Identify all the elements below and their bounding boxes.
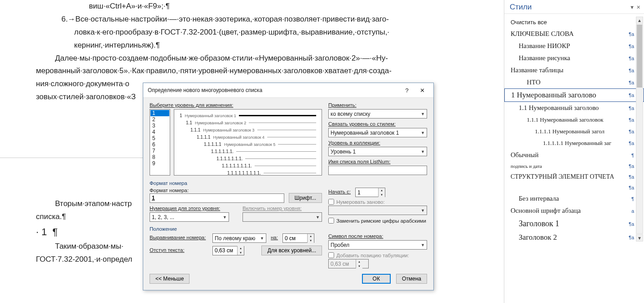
styles-panel-title: Стили [510,3,532,12]
paragraph-mark-icon[interactable]: ¶a [629,56,634,61]
tab-spinner: ▲▼ [328,259,369,268]
paragraph-mark-icon[interactable]: ¶ [631,153,634,158]
style-item[interactable]: 1.1.1 Нумерованный заголовок¶a [504,114,644,126]
scroll-up-icon[interactable]: ▲ [636,17,643,24]
level-listbox[interactable]: 123456789 [150,109,170,176]
styles-list: ▲ ▼ Очистить всеКЛЮЧЕВЫЕ СЛОВА¶аНазвание… [504,14,644,244]
style-item[interactable]: 1.1 Нумерованный заголово¶а [504,102,644,114]
tab-checkbox[interactable] [328,252,334,258]
preview-box: 1Нумерованный заголовок 11.1Нумерованный… [174,109,322,176]
apply-combo[interactable]: ко всему списку▼ [328,109,427,119]
close-icon[interactable]: ✕ [636,4,640,10]
select-level-label: Выберите уровень для изменения: [150,102,233,108]
style-item[interactable]: Название рисунка¶a [504,52,644,64]
format-section-label: Формат номера [150,180,427,186]
style-item[interactable]: Название НИОКР¶a [504,40,644,52]
styles-panel: Стили ▼ ✕ ▲ ▼ Очистить всеКЛЮЧЕВЫЕ СЛОВА… [504,0,644,303]
paragraph-mark-icon[interactable]: ¶а [629,221,634,227]
style-item[interactable]: Без интервала¶ [504,193,644,205]
help-button[interactable]: ? [399,86,415,95]
cancel-button[interactable]: Отмена [396,274,427,284]
style-item[interactable]: КЛЮЧЕВЫЕ СЛОВА¶а [504,28,644,40]
format-number-input[interactable] [150,193,284,203]
paragraph-mark-icon[interactable]: ¶а [629,235,634,240]
position-section-label: Положение [150,226,427,232]
paragraph-mark-icon[interactable]: ¶ [631,196,634,202]
close-button[interactable]: ✕ [415,86,430,95]
style-item[interactable]: 1 Нумерованный заголово¶а [504,88,644,102]
style-item[interactable]: 1.1.1.1.1 Нумерованный заг¶а [504,137,644,149]
paragraph-mark-icon[interactable]: ¶а [629,141,634,146]
paragraph-mark-icon[interactable]: ¶a [629,44,634,49]
style-item[interactable]: Очистить все [504,17,644,28]
paragraph-mark-icon[interactable]: ¶a [629,80,634,85]
paragraph-mark-icon[interactable]: ¶а [629,105,634,111]
style-item[interactable]: Заголовок 1¶а [504,217,644,231]
scroll-track[interactable] [636,24,643,234]
multilevel-list-dialog: Определение нового многоуровневого списк… [143,83,434,290]
at-spinner[interactable]: ▲▼ [282,233,314,243]
paragraph-mark-icon[interactable]: ¶а [629,129,634,134]
less-button[interactable]: << Меньше [150,274,190,284]
paragraph-mark-icon[interactable]: а [631,208,634,214]
scroll-thumb[interactable] [637,25,642,88]
style-item[interactable]: Заголовок 2¶а [504,231,644,244]
scroll-down-icon[interactable]: ▼ [636,234,643,242]
chevron-down-icon[interactable]: ▼ [630,4,635,10]
style-item[interactable]: НТО¶a [504,76,644,88]
style-item[interactable]: СТРУКТУРНЫЙ ЭЛЕМЕНТ ОТЧЕТА¶а [504,171,644,183]
listnum-input[interactable] [328,166,427,175]
renumber-combo: ▼ [328,206,427,215]
style-item[interactable]: подпись и дата¶a [504,161,644,171]
paragraph-mark-icon[interactable]: ¶а [629,31,634,37]
numbering-combo[interactable]: 1, 2, 3, ...▼ [150,212,229,222]
dialog-title: Определение нового многоуровневого списк… [148,87,262,93]
collection-combo[interactable]: Уровень 1▼ [328,147,427,156]
start-spinner[interactable]: ▲▼ [355,188,385,197]
style-item[interactable]: Название таблицы¶a [504,64,644,76]
link-style-combo[interactable]: Нумерованный заголовок 1▼ [328,128,427,137]
include-combo: ▼ [243,212,322,222]
style-item[interactable]: ¶a [504,183,644,193]
font-button[interactable]: Шрифт... [289,193,322,203]
all-levels-button[interactable]: Для всех уровней... [261,246,322,255]
style-item[interactable]: Обычный¶ [504,149,644,161]
style-item[interactable]: 1.1.1.1 Нумерованный загол¶а [504,126,644,137]
paragraph-mark-icon[interactable]: ¶a [629,68,634,73]
ok-button[interactable]: ОК [362,274,391,284]
paragraph-mark-icon[interactable]: ¶а [629,92,634,98]
align-combo[interactable]: По левому краю▼ [212,233,266,243]
symbol-combo[interactable]: Пробел▼ [328,240,427,250]
renumber-checkbox[interactable] [328,199,334,205]
paragraph-mark-icon[interactable]: ¶a [629,185,634,190]
indent-spinner[interactable]: ▲▼ [212,246,244,255]
paragraph-mark-icon[interactable]: ¶а [629,174,634,180]
roman-checkbox[interactable] [328,218,334,224]
style-item[interactable]: Основной шрифт абзацаа [504,205,644,217]
paragraph-mark-icon[interactable]: ¶a [629,163,634,169]
paragraph-mark-icon[interactable]: ¶a [629,117,634,123]
